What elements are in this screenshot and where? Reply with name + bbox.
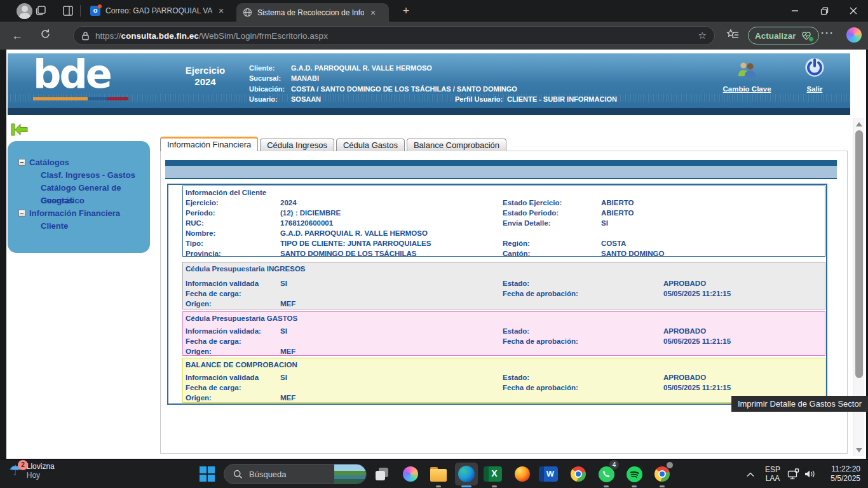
browser-tab-correo[interactable]: o Correo: GAD PARROQUIAL VALLE × [84, 0, 234, 22]
whatsapp-button[interactable]: 4 [592, 459, 620, 488]
info-row: Origen:MEF [183, 299, 825, 309]
tab-actions-icon[interactable] [62, 4, 74, 17]
tree-collapse-icon[interactable] [18, 159, 25, 166]
field-value [280, 336, 503, 346]
field-value: TIPO DE CLIENTE: JUNTA PARROQUIALES [280, 238, 503, 248]
tab-title: Sistema de Recoleccion de Inform [257, 8, 364, 17]
new-tab-button[interactable]: + [398, 3, 414, 20]
browser-tab-sistema[interactable]: Sistema de Recoleccion de Inform × [236, 3, 389, 22]
word-button[interactable]: W [536, 459, 564, 488]
actualizar-button[interactable]: Actualizar [748, 27, 819, 44]
info-row: Información validada:SIEstado:APROBADO [183, 326, 825, 336]
people-icon[interactable] [736, 61, 757, 79]
address-bar[interactable]: https://consulta.bde.fin.ec/WebSim/Login… [73, 26, 715, 45]
whatsapp-badge: 4 [609, 460, 619, 470]
field-value: MEF [280, 346, 503, 356]
search-icon [233, 470, 243, 479]
file-explorer-button[interactable] [424, 459, 452, 488]
field-value [280, 288, 503, 299]
sidebar-item-catalogos[interactable]: Catálogos [8, 156, 150, 169]
settings-ellipsis-icon[interactable]: ··· [821, 27, 834, 38]
word-icon: W [543, 466, 558, 482]
cedula-gastos-box: Cédula Presupuestaria GASTOS Información… [182, 311, 825, 356]
network-icon[interactable] [785, 468, 802, 480]
refresh-icon[interactable] [37, 27, 53, 44]
field-label: Información validada [183, 372, 280, 383]
info-row: Nombre:G.A.D. PARROQUIAL R. VALLE HERMOS… [183, 228, 825, 238]
clock[interactable]: 11:22:205/5/2025 [818, 464, 868, 484]
tab-close-icon[interactable]: × [217, 6, 225, 16]
sidebar-item-label: Geográfico [41, 196, 85, 205]
start-button[interactable] [200, 466, 215, 482]
back-arrow-icon[interactable] [10, 122, 28, 137]
tab-balance-comprobacion[interactable]: Balance Comprobación [407, 139, 506, 151]
close-button[interactable] [839, 0, 868, 22]
search-box[interactable]: Búsqueda [224, 464, 367, 484]
favorites-bar-icon[interactable] [726, 28, 740, 42]
field-label: Estado: [503, 278, 663, 288]
sidebar-item-geografico[interactable]: Geográfico [8, 194, 150, 207]
ejercicio-label: Ejercicio2024 [170, 65, 240, 88]
volume-icon[interactable] [802, 469, 818, 479]
tab-informacion-financiera[interactable]: Información Financiera [160, 137, 258, 151]
screen: o Correo: GAD PARROQUIAL VALLE × Sistema… [0, 0, 868, 488]
copilot-taskbar-button[interactable] [397, 459, 424, 488]
taskbar: ☂2 LloviznaHoy Búsqueda X W 4 [0, 459, 868, 488]
task-view-button[interactable] [369, 459, 397, 488]
sidebar-item-catalogo-general-cuentas[interactable]: Catálogo General de Cuentas [8, 182, 150, 194]
header-navy-strip [8, 108, 850, 115]
field-label: RUC: [183, 218, 280, 228]
scroll-up-icon[interactable] [856, 122, 862, 126]
sidebar-menu: Catálogos Clasf. Ingresos - Gastos Catál… [8, 141, 150, 253]
info-row: Fecha de carga:Fecha de aprobación:05/05… [183, 383, 825, 393]
spotify-button[interactable] [620, 459, 648, 488]
field-label: Estado: [503, 326, 663, 336]
scroll-down-icon[interactable] [856, 448, 862, 452]
cambio-clave-link[interactable]: Cambio Clave [717, 85, 777, 93]
usuario-value: SOSAAN [291, 95, 321, 103]
sidebar-item-informacion-financiera[interactable]: Información Financiera [8, 207, 150, 220]
excel-button[interactable]: X [480, 459, 508, 488]
sidebar-item-clasf-ingresos-gastos[interactable]: Clasf. Ingresos - Gastos [8, 169, 150, 182]
field-label: Información validada: [183, 326, 280, 336]
tab-close-icon[interactable]: × [369, 8, 377, 18]
scrollbar-thumb[interactable] [855, 130, 863, 378]
edge-button[interactable] [452, 459, 480, 488]
tab-cedula-gastos[interactable]: Cédula Gastos [336, 139, 405, 151]
salir-link[interactable]: Salir [796, 85, 834, 93]
firefox-icon [515, 466, 530, 482]
chrome-profile-button[interactable] [648, 459, 676, 488]
workspaces-icon[interactable] [35, 4, 48, 17]
search-highlight-image[interactable] [334, 464, 366, 484]
firefox-button[interactable] [508, 459, 536, 488]
field-label: Ejercicio: [183, 198, 280, 208]
tab-title: Correo: GAD PARROQUIAL VALLE [105, 6, 212, 15]
back-icon[interactable]: ← [9, 27, 25, 44]
main-panel: Información del Cliente Ejercicio:2024Es… [167, 184, 827, 405]
profile-avatar[interactable] [17, 3, 32, 19]
weather-widget[interactable]: ☂2 LloviznaHoy [9, 462, 55, 480]
field-value [601, 228, 825, 238]
system-tray: ESPLAA 11:22:205/5/2025 [741, 459, 868, 488]
minimize-button[interactable] [780, 0, 810, 22]
field-value: SI [280, 278, 503, 288]
field-label: Tipo: [183, 238, 280, 248]
sidebar-item-cliente[interactable]: Cliente [8, 220, 150, 233]
box-title: Información del Cliente [183, 187, 825, 198]
copilot-icon [403, 466, 418, 482]
power-icon[interactable] [804, 57, 825, 78]
tray-chevron-icon[interactable] [741, 468, 760, 480]
time: 11:22:20 [818, 464, 860, 474]
copilot-icon[interactable] [846, 27, 862, 43]
tab-cedula-ingresos[interactable]: Cédula Ingresos [260, 139, 334, 151]
chrome-icon [654, 466, 670, 482]
tab-divider [80, 5, 81, 17]
tree-collapse-icon[interactable] [18, 210, 25, 217]
language-indicator[interactable]: ESPLAA [760, 465, 785, 483]
globe-icon [243, 8, 252, 17]
favorite-star-icon[interactable]: ☆ [698, 30, 707, 41]
ubicacion-label: Ubicación: [249, 85, 285, 93]
chrome-button[interactable] [564, 459, 592, 488]
field-value: APROBADO [663, 326, 825, 336]
maximize-button[interactable] [810, 0, 839, 22]
